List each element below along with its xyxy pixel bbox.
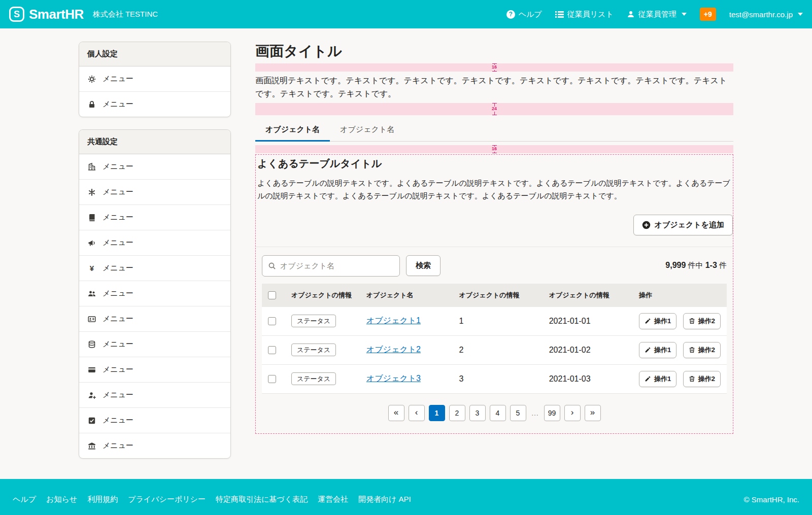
- footer-link[interactable]: 運営会社: [318, 495, 348, 504]
- user-icon: [627, 10, 635, 18]
- pagination-first-button[interactable]: «: [388, 405, 404, 421]
- pagination-ellipsis: …: [530, 408, 540, 417]
- sidebar-menu-item[interactable]: メニュー: [79, 180, 230, 205]
- footer-link[interactable]: 開発者向け API: [358, 495, 411, 504]
- spacing-annotation-16: 16: [255, 145, 733, 153]
- users-icon: [87, 290, 96, 298]
- action2-button[interactable]: 操作2: [683, 313, 721, 329]
- sidebar-section-title: 個人設定: [79, 42, 230, 66]
- main-content: 画面タイトル 16 画面説明テキストです。テキストです。テキストです。テキストで…: [255, 42, 733, 434]
- pagination-page-button[interactable]: 2: [449, 405, 465, 421]
- svg-text:¥: ¥: [89, 264, 94, 272]
- tab-object-2[interactable]: オブジェクト名: [330, 120, 404, 141]
- pagination-page-button[interactable]: 99: [544, 405, 560, 421]
- tab-bar: オブジェクト名 オブジェクト名: [255, 120, 733, 142]
- top-header: S SmartHR 株式会社 TESTINC ? ヘルプ 従業員リスト 従業員管…: [0, 0, 812, 28]
- sidebar-section-title: 共通設定: [79, 130, 230, 154]
- smarthr-logo[interactable]: S SmartHR: [9, 7, 84, 22]
- row-checkbox[interactable]: [268, 346, 276, 354]
- credit-card-icon: [87, 366, 96, 374]
- search-input[interactable]: [280, 261, 394, 270]
- search-button[interactable]: 検索: [406, 255, 441, 276]
- footer-link[interactable]: ヘルプ: [13, 495, 36, 504]
- header-left: S SmartHR 株式会社 TESTINC: [9, 7, 158, 22]
- sidebar-item-label: メニュー: [103, 187, 133, 197]
- search-row: 検索 9,999 件中 1-3 件: [256, 247, 733, 284]
- table-row: ステータス オブジェクト3 3 2021-01-03 操作1: [262, 364, 727, 393]
- trash-icon: [689, 318, 695, 324]
- sidebar-menu-item[interactable]: メニュー: [79, 66, 230, 92]
- sidebar-menu-item[interactable]: メニュー: [79, 332, 230, 357]
- sidebar-menu-item[interactable]: メニュー: [79, 205, 230, 230]
- action1-button[interactable]: 操作1: [639, 313, 676, 329]
- megaphone-icon: [87, 239, 96, 247]
- result-range-suffix: 件: [719, 261, 727, 269]
- action1-button[interactable]: 操作1: [639, 342, 676, 358]
- action2-button[interactable]: 操作2: [683, 342, 721, 358]
- account-email: test@smarthr.co.jp: [729, 10, 793, 19]
- account-dropdown[interactable]: test@smarthr.co.jp: [729, 10, 803, 19]
- sidebar-menu-item[interactable]: メニュー: [79, 154, 230, 180]
- sidebar-menu-item[interactable]: メニュー: [79, 230, 230, 256]
- pencil-icon: [645, 375, 651, 382]
- row-checkbox[interactable]: [268, 375, 276, 383]
- table-panel: よくあるテーブルタイトル よくあるテーブルの説明テキストです。よくあるテーブルの…: [255, 154, 733, 434]
- footer-link[interactable]: 特定商取引法に基づく表記: [216, 495, 308, 504]
- table-header-row: オブジェクトの情報 オブジェクト名 オブジェクトの情報 オブジェクトの情報 操作: [262, 284, 727, 307]
- content-area: 個人設定 メニュー メニュー 共通設定: [79, 28, 733, 479]
- pagination-page-button[interactable]: 3: [469, 405, 486, 421]
- pagination-page-button[interactable]: 1: [429, 405, 445, 421]
- employee-list-link[interactable]: 従業員リスト: [555, 10, 614, 19]
- date-cell: 2021-01-03: [543, 364, 633, 393]
- footer-link[interactable]: 利用規約: [87, 495, 118, 504]
- id-card-icon: [87, 315, 96, 323]
- action2-button[interactable]: 操作2: [683, 371, 721, 387]
- notification-badge[interactable]: +9: [700, 8, 716, 21]
- sidebar-menu-item[interactable]: ¥ メニュー: [79, 256, 230, 281]
- row-checkbox[interactable]: [268, 317, 276, 325]
- object-link[interactable]: オブジェクト3: [366, 374, 421, 383]
- list-icon: [555, 11, 564, 18]
- sidebar-menu-item[interactable]: メニュー: [79, 383, 230, 408]
- action2-label: 操作2: [698, 374, 715, 384]
- add-object-button[interactable]: オブジェクトを追加: [633, 215, 733, 235]
- action2-label: 操作2: [698, 317, 715, 326]
- book-icon: [87, 214, 96, 222]
- object-link[interactable]: オブジェクト1: [366, 316, 421, 325]
- pagination-last-button[interactable]: »: [585, 405, 601, 421]
- date-cell: 2021-01-01: [543, 307, 633, 336]
- sidebar-menu-item[interactable]: メニュー: [79, 281, 230, 306]
- pagination-page-button[interactable]: 5: [510, 405, 526, 421]
- help-link[interactable]: ? ヘルプ: [506, 10, 542, 19]
- sidebar-menu-item[interactable]: メニュー: [79, 92, 230, 117]
- yen-icon: ¥: [87, 264, 96, 272]
- sidebar-menu-item[interactable]: メニュー: [79, 433, 230, 458]
- object-link[interactable]: オブジェクト2: [366, 345, 421, 354]
- measure-value: 16: [491, 147, 498, 152]
- pagination: « ‹ 1 2 3 4 5 … 99 › »: [256, 394, 733, 433]
- lock-icon: [87, 100, 96, 109]
- pagination-page-button[interactable]: 4: [490, 405, 506, 421]
- employee-admin-dropdown[interactable]: 従業員管理: [627, 10, 687, 19]
- action1-button[interactable]: 操作1: [639, 371, 676, 387]
- measure-value: 16: [491, 65, 498, 70]
- spacing-annotation-24: 24: [255, 103, 733, 115]
- sidebar-menu-item[interactable]: メニュー: [79, 306, 230, 332]
- action1-label: 操作1: [654, 346, 671, 355]
- pagination-next-button[interactable]: ›: [564, 405, 581, 421]
- footer-link[interactable]: お知らせ: [46, 495, 77, 504]
- footer: ヘルプ お知らせ 利用規約 プライバシーポリシー 特定商取引法に基づく表記 運営…: [0, 479, 812, 515]
- footer-link[interactable]: プライバシーポリシー: [128, 495, 206, 504]
- add-object-label: オブジェクトを追加: [655, 220, 724, 230]
- select-all-checkbox[interactable]: [268, 291, 276, 299]
- footer-links: ヘルプ お知らせ 利用規約 プライバシーポリシー 特定商取引法に基づく表記 運営…: [13, 495, 411, 504]
- search-box: [262, 255, 400, 277]
- pagination-prev-button[interactable]: ‹: [409, 405, 425, 421]
- office-building-icon: [87, 163, 96, 171]
- sidebar-item-label: メニュー: [103, 74, 133, 84]
- copyright: © SmartHR, Inc.: [744, 495, 799, 504]
- sidebar-menu-item[interactable]: メニュー: [79, 357, 230, 383]
- tab-object-1[interactable]: オブジェクト名: [255, 120, 330, 141]
- sidebar-menu-item[interactable]: メニュー: [79, 408, 230, 433]
- name-cell: オブジェクト3: [360, 364, 453, 393]
